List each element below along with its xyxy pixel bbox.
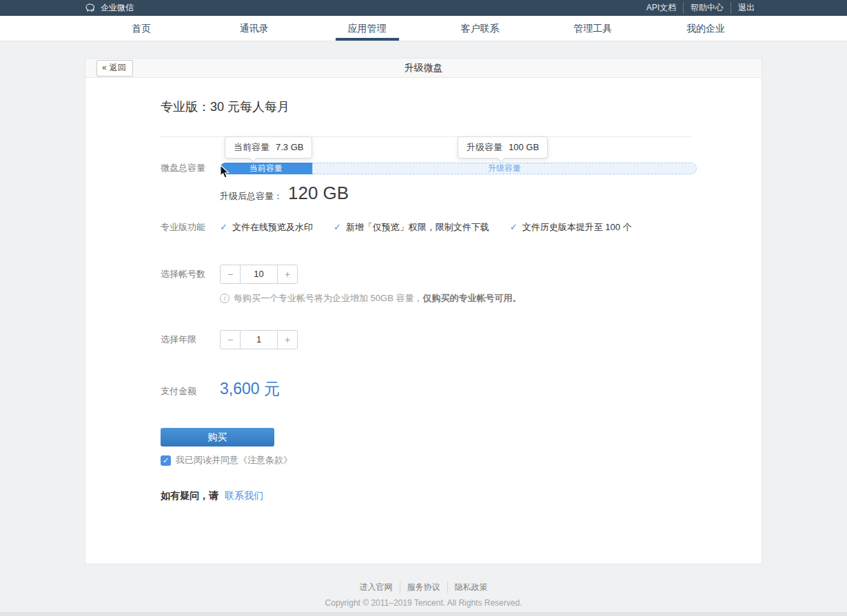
total-capacity-row: 升级后总容量： 120 GB xyxy=(220,183,762,203)
feature-item: ✓文件在线预览及水印 xyxy=(220,221,313,234)
feature-item: ✓新增「仅预览」权限，限制文件下载 xyxy=(334,221,489,234)
topbar: 企业微信 API文档 帮助中心 退出 xyxy=(0,0,847,16)
current-capacity-tooltip: 当前容量7.3 GB xyxy=(225,136,312,158)
years-row: 选择年限 − 1 + xyxy=(161,330,762,349)
years-stepper: − 1 + xyxy=(220,330,298,349)
account-count-row: 选择帐号数 − 10 + xyxy=(161,265,762,284)
upgrade-card: « 返回 升级微盘 专业版：30 元每人每月 微盘总容量 当前容量7.3 GB … xyxy=(85,58,762,564)
back-button[interactable]: « 返回 xyxy=(96,60,133,76)
mouse-cursor-icon xyxy=(220,165,230,182)
nav-item-customer-contact[interactable]: 客户联系 xyxy=(423,16,536,41)
capacity-row: 微盘总容量 当前容量7.3 GB 升级容量100 GB 当前容量 升级容量 xyxy=(161,162,762,174)
capacity-bar: 当前容量7.3 GB 升级容量100 GB 当前容量 升级容量 xyxy=(220,163,697,174)
card-body: 专业版：30 元每人每月 微盘总容量 当前容量7.3 GB 升级容量100 GB… xyxy=(85,78,762,564)
copyright-text: Copyright © 2011–2019 Tencent. All Right… xyxy=(0,598,847,608)
page-title: 升级微盘 xyxy=(85,62,762,74)
feature-item: ✓文件历史版本提升至 100 个 xyxy=(510,221,632,234)
check-icon: ✓ xyxy=(334,222,341,232)
nav-item-my-company[interactable]: 我的企业 xyxy=(649,16,762,41)
nav-item-contacts[interactable]: 通讯录 xyxy=(198,16,311,41)
total-capacity-label: 升级后总容量： xyxy=(220,190,283,203)
capacity-row-label: 微盘总容量 xyxy=(161,162,220,174)
buy-button[interactable]: 购买 xyxy=(161,428,274,446)
brand-name: 企业微信 xyxy=(101,2,134,14)
nav-item-app-management[interactable]: 应用管理 xyxy=(311,16,424,41)
years-label: 选择年限 xyxy=(161,333,220,346)
footer-link-service-agreement[interactable]: 服务协议 xyxy=(400,582,447,593)
contact-prefix: 如有疑问，请 xyxy=(161,490,218,501)
agreement-row: ✓ 我已阅读并同意《注意条款》 xyxy=(161,454,762,466)
contact-row: 如有疑问，请 联系我们 xyxy=(161,490,762,502)
back-chevrons-icon: « xyxy=(102,63,107,72)
contact-us-link[interactable]: 联系我们 xyxy=(225,490,263,501)
agreement-checkbox[interactable]: ✓ xyxy=(161,455,171,466)
info-icon: i xyxy=(220,294,229,303)
wework-logo-icon xyxy=(85,3,96,12)
topbar-link-help-center[interactable]: 帮助中心 xyxy=(683,2,731,14)
topbar-links: API文档 帮助中心 退出 xyxy=(640,2,762,14)
total-capacity-value: 120 GB xyxy=(288,183,349,203)
bar-upgrade-segment[interactable]: 升级容量 xyxy=(312,163,697,174)
bottom-strip xyxy=(0,612,847,616)
increment-button[interactable]: + xyxy=(278,331,297,349)
account-count-stepper: − 10 + xyxy=(220,265,298,284)
features-row: 专业版功能 ✓文件在线预览及水印 ✓新增「仅预览」权限，限制文件下载 ✓文件历史… xyxy=(161,221,762,234)
agreement-label: 我已阅读并同意《注意条款》 xyxy=(176,454,292,466)
upgrade-capacity-tooltip: 升级容量100 GB xyxy=(458,136,548,158)
account-count-label: 选择帐号数 xyxy=(161,268,220,280)
decrement-button[interactable]: − xyxy=(221,331,240,349)
check-icon: ✓ xyxy=(220,222,227,232)
account-count-value[interactable]: 10 xyxy=(240,265,278,283)
nav-item-home[interactable]: 首页 xyxy=(85,16,198,41)
years-value[interactable]: 1 xyxy=(240,331,278,349)
payment-amount: 3,600 元 xyxy=(220,378,280,399)
bar-current-segment[interactable]: 当前容量 xyxy=(220,163,312,174)
increment-button[interactable]: + xyxy=(278,265,297,283)
plan-title: 专业版：30 元每人每月 xyxy=(161,99,762,116)
decrement-button[interactable]: − xyxy=(221,265,240,283)
tooltip-arrow xyxy=(249,154,256,162)
payment-label: 支付金额 xyxy=(161,385,220,398)
footer: 进入官网 服务协议 隐私政策 Copyright © 2011–2019 Ten… xyxy=(0,582,847,608)
card-header: « 返回 升级微盘 xyxy=(85,59,762,78)
footer-link-privacy-policy[interactable]: 隐私政策 xyxy=(447,582,495,593)
brand-link[interactable]: 企业微信 xyxy=(85,2,134,14)
topbar-link-api-docs[interactable]: API文档 xyxy=(640,2,683,14)
main-nav: 首页 通讯录 应用管理 客户联系 管理工具 我的企业 xyxy=(0,16,847,41)
footer-link-official-site[interactable]: 进入官网 xyxy=(353,582,400,593)
features-row-label: 专业版功能 xyxy=(161,221,220,234)
topbar-link-logout[interactable]: 退出 xyxy=(731,2,762,14)
payment-row: 支付金额 3,600 元 xyxy=(161,378,762,399)
check-icon: ✓ xyxy=(510,222,518,232)
account-note: i 每购买一个专业帐号将为企业增加 50GB 容量，仅购买的专业帐号可用。 xyxy=(220,292,762,305)
nav-item-admin-tools[interactable]: 管理工具 xyxy=(536,16,649,41)
tooltip-arrow xyxy=(497,154,504,162)
